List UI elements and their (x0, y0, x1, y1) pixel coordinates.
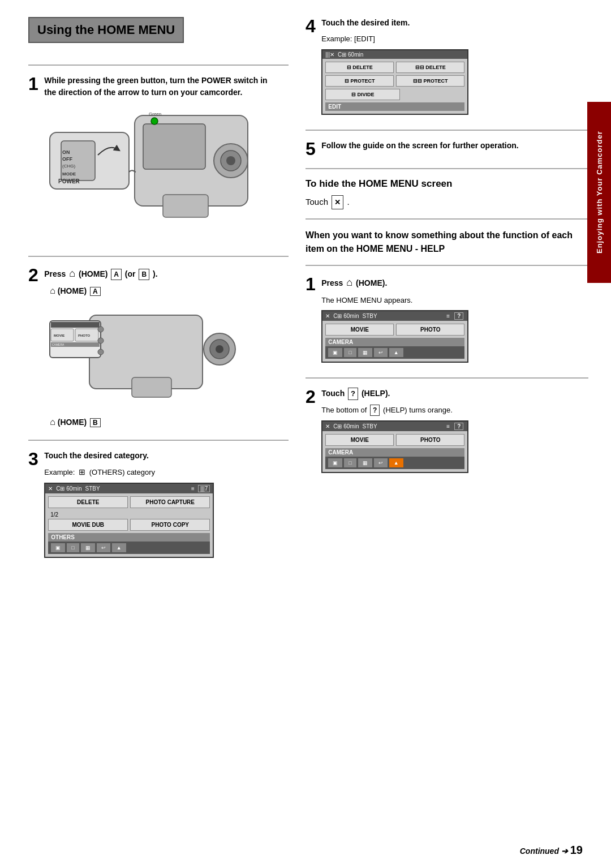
help-step-2-help-label: (HELP). (362, 389, 390, 398)
hs2-icon-1: ▣ (328, 458, 342, 467)
step-2-content: Press ⌂ (HOME) A (or B ). ⌂ (HOME) A (44, 266, 276, 429)
step-4-label-bar: EDIT (325, 102, 464, 111)
step-4-text: Touch the desired item. (321, 17, 576, 29)
help-step-1-screen: ✕ C⊞ 60min STBY ≡ ? MOVIE PHOTO CAMERA (321, 310, 468, 363)
svg-point-11 (226, 156, 235, 165)
divider-8 (306, 377, 588, 379)
hs1-icon-1: ▣ (328, 348, 342, 357)
svg-text:CAMERA: CAMERA (52, 343, 64, 346)
hs2-menu: ≡ (446, 423, 450, 429)
divider-7 (306, 265, 588, 266)
help-step-2-sub1: The bottom of (321, 406, 367, 414)
hs1-help: ? (454, 312, 463, 320)
step-2-box-a: A (111, 269, 122, 280)
step-4-screen: |||✕ C⊞ 60min ⊟ DELETE ⊟⊟ DELETE ⊟ PROTE… (321, 49, 468, 115)
svg-point-30 (98, 349, 104, 355)
step-4-content: Touch the desired item. Example: [EDIT] … (321, 17, 576, 119)
section-title: Using the HOME MENU (37, 23, 175, 37)
hs2-icon-4: ↩ (374, 458, 388, 467)
side-tab: Enjoying with Your Camcorder (587, 102, 611, 283)
step-1-number: 1 (28, 75, 38, 93)
step-3-subtext: Example: ⊞ (OTHERS) category (44, 466, 276, 478)
step-4-row-3: ⊟ DIVIDE (325, 89, 464, 100)
hs1-icon-4: ↩ (374, 348, 388, 357)
home-a-icon: ⌂ (50, 286, 55, 295)
step-3-screen-topbar: ✕ C⊞ 60min STBY ≡ |||7 (45, 484, 213, 493)
help-step-1-topbar: ✕ C⊞ 60min STBY ≡ ? (322, 311, 467, 321)
icon-1: ▣ (51, 543, 65, 552)
btn-s4-protect1: ⊟ PROTECT (325, 75, 394, 87)
hs2-photo: PHOTO (396, 434, 464, 446)
hs2-icon-5-orange: ▲ (389, 458, 403, 467)
svg-text:PHOTO: PHOTO (78, 334, 91, 337)
help-step-1-label: (HOME). (356, 278, 387, 287)
svg-rect-27 (132, 377, 171, 397)
hs2-stby: STBY (363, 423, 377, 429)
hs2-row1: MOVIE PHOTO (325, 434, 464, 446)
divider-5 (306, 168, 588, 169)
step-3-content: Touch the desired category. Example: ⊞ (… (44, 450, 276, 562)
hs2-x: ✕ (325, 423, 330, 429)
step-2: 2 Press ⌂ (HOME) A (or B ). ⌂ (HOME) A (28, 266, 289, 429)
step-5-number: 5 (306, 140, 316, 158)
btn-s4-divide: ⊟ DIVIDE (325, 89, 400, 100)
help-step-2-icon2: ? (370, 405, 380, 416)
footer-arrow: ➔ (561, 846, 570, 856)
btn-s4-protect2: ⊟⊟ PROTECT (396, 75, 464, 87)
footer-continued: Continued (520, 846, 559, 856)
hs1-icon-5: ▲ (389, 348, 403, 357)
help-step-2-topbar: ✕ C⊞ 60min STBY ≡ ? (322, 422, 467, 431)
help-step-1-number: 1 (306, 275, 316, 293)
step-2-home-icon: ⌂ (69, 268, 75, 279)
section-title-box: Using the HOME MENU (28, 17, 184, 43)
help-heading-block: When you want to know something about th… (306, 229, 588, 256)
step-3-text: Touch the desired category. (44, 450, 276, 462)
step-2-home-label: (HOME) (79, 269, 107, 278)
hs2-time: C⊞ 60min (333, 423, 359, 429)
hs1-x: ✕ (325, 313, 330, 319)
step-2-number: 2 (28, 266, 38, 284)
step-1: 1 While pressing the green button, turn … (28, 75, 289, 246)
camcorder-illustration: ON OFF (CHG) MODE POWER (44, 104, 259, 237)
divider-6 (306, 218, 588, 220)
icon-2: □ (67, 543, 79, 552)
svg-point-29 (98, 338, 104, 343)
step-5: 5 Follow the guide on the screen for fur… (306, 140, 588, 158)
svg-point-13 (151, 118, 158, 124)
btn-delete: DELETE (48, 496, 128, 508)
hs1-time: C⊞ 60min (333, 313, 359, 319)
home-b-text: (HOME) (58, 418, 87, 427)
help-step-2-screen: ✕ C⊞ 60min STBY ≡ ? MOVIE PHOTO CAMERA (321, 420, 468, 473)
camcorder-svg: ON OFF (CHG) MODE POWER (44, 104, 259, 234)
svg-point-28 (98, 326, 104, 332)
step-2-text: Press ⌂ (HOME) A (or B ). (44, 266, 276, 281)
icon-5: ▲ (112, 543, 126, 552)
svg-rect-12 (163, 195, 208, 217)
hide-icon: ✕ (332, 195, 343, 209)
camcorder-home-a-svg: MOVIE PHOTO CAMERA (44, 298, 248, 411)
help-step-2-text: Touch ? (HELP). (321, 388, 576, 400)
home-b-box: B (90, 418, 101, 427)
home-a-text: (HOME) (58, 286, 87, 295)
hide-period: . (347, 197, 349, 207)
screen-stby: STBY (85, 485, 100, 492)
hs1-menu: ≡ (446, 313, 450, 319)
hs1-stby: STBY (363, 313, 377, 319)
step-3-screen-body: DELETE PHOTO CAPTURE 1/2 MOVIE DUB PHOTO… (45, 493, 213, 557)
step-4-body: ⊟ DELETE ⊟⊟ DELETE ⊟ PROTECT ⊟⊟ PROTECT … (322, 59, 467, 114)
home-b-label: ⌂ (HOME) B (50, 417, 276, 427)
step-1-text: While pressing the green button, turn th… (44, 75, 276, 98)
step-3-page-num: 1/2 (48, 510, 210, 519)
svg-rect-20 (51, 322, 100, 328)
footer: Continued ➔ 19 (520, 844, 583, 857)
help-heading: When you want to know something about th… (306, 229, 588, 256)
step-3-number: 3 (28, 450, 38, 468)
step4-bar-icon: |||✕ (325, 51, 334, 58)
help-step-1-body: MOVIE PHOTO CAMERA ▣ □ ▦ ↩ ▲ (322, 321, 467, 362)
help-step-2-number: 2 (306, 388, 316, 406)
svg-text:ON: ON (62, 149, 70, 155)
help-step-2-body: MOVIE PHOTO CAMERA ▣ □ ▦ ↩ ▲ (322, 431, 467, 472)
help-step-1: 1 Press ⌂ (HOME). The HOME MENU appears.… (306, 275, 588, 368)
step-1-content: While pressing the green button, turn th… (44, 75, 276, 246)
help-step-2-sub2: (HELP) turns orange. (383, 406, 453, 414)
